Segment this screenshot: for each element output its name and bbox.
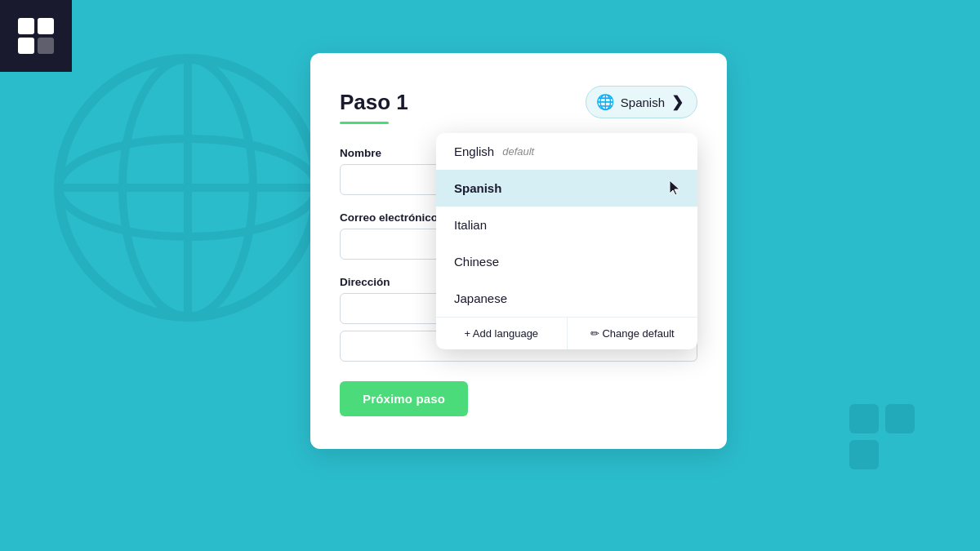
svg-rect-9 <box>849 404 879 433</box>
language-selector-button[interactable]: 🌐 Spanish ❯ <box>586 86 697 118</box>
add-language-button[interactable]: + Add language <box>436 318 567 349</box>
svg-rect-3 <box>38 38 54 54</box>
dropdown-footer: + Add language ✏ Change default <box>436 317 697 349</box>
language-label-italian: Italian <box>454 218 487 232</box>
language-selector-wrapper: 🌐 Spanish ❯ English default Spanish <box>586 86 697 118</box>
step-title: Paso 1 <box>340 90 408 115</box>
svg-rect-10 <box>885 404 915 433</box>
submit-button[interactable]: Próximo paso <box>340 381 468 416</box>
svg-rect-11 <box>849 440 879 469</box>
main-card: Paso 1 🌐 Spanish ❯ English default Spani… <box>310 53 727 449</box>
cursor-icon <box>668 179 683 197</box>
svg-rect-1 <box>38 18 54 34</box>
chevron-down-icon: ❯ <box>671 93 684 111</box>
globe-background <box>49 49 327 327</box>
language-label-japanese: Japanese <box>454 291 507 305</box>
brand-logo <box>0 0 72 72</box>
globe-icon: 🌐 <box>596 93 614 111</box>
language-option-italian[interactable]: Italian <box>436 207 697 243</box>
svg-rect-0 <box>18 18 34 34</box>
svg-rect-2 <box>18 38 34 54</box>
logo-icon <box>15 15 57 57</box>
default-badge: default <box>502 145 534 158</box>
language-option-japanese[interactable]: Japanese <box>436 280 697 317</box>
language-option-spanish[interactable]: Spanish <box>436 170 697 207</box>
language-option-english[interactable]: English default <box>436 133 697 170</box>
current-language-label: Spanish <box>621 96 665 109</box>
language-label-spanish: Spanish <box>454 181 501 195</box>
step-underline <box>340 122 389 124</box>
language-option-chinese[interactable]: Chinese <box>436 243 697 280</box>
change-default-button[interactable]: ✏ Change default <box>567 318 698 349</box>
language-dropdown: English default Spanish Italian Chinese <box>436 133 697 349</box>
card-header: Paso 1 🌐 Spanish ❯ English default Spani… <box>340 86 697 118</box>
decorative-shape <box>849 404 915 469</box>
language-label-english: English <box>454 144 494 158</box>
language-label-chinese: Chinese <box>454 255 499 269</box>
